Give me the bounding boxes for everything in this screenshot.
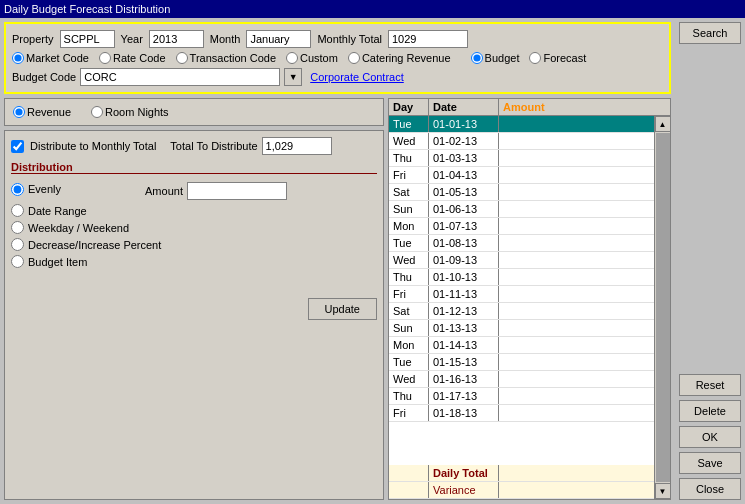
dist-budget-item[interactable]: Budget Item [11, 255, 377, 268]
radio-market-code[interactable]: Market Code [12, 52, 89, 64]
table-body[interactable]: Tue 01-01-13 Wed 01-02-13 Thu 01-03-13 F… [389, 116, 654, 465]
cell-amount [499, 184, 654, 200]
cell-amount [499, 235, 654, 251]
cell-date: 01-07-13 [429, 218, 499, 234]
cell-amount [499, 269, 654, 285]
reset-button[interactable]: Reset [679, 374, 741, 396]
cell-amount [499, 354, 654, 370]
cell-day: Tue [389, 235, 429, 251]
cell-date: 01-15-13 [429, 354, 499, 370]
table-row[interactable]: Sat 01-05-13 [389, 184, 654, 201]
table-row[interactable]: Wed 01-02-13 [389, 133, 654, 150]
distribute-checkbox-label: Distribute to Monthly Total [30, 140, 156, 152]
cell-date: 01-05-13 [429, 184, 499, 200]
revenue-roomnights-group: Revenue Room Nights [4, 98, 384, 126]
table-row[interactable]: Sat 01-12-13 [389, 303, 654, 320]
scroll-up-arrow[interactable]: ▲ [655, 116, 671, 132]
radio-custom[interactable]: Custom [286, 52, 338, 64]
cell-date: 01-13-13 [429, 320, 499, 336]
corporate-contract-link[interactable]: Corporate Contract [310, 71, 404, 83]
total-to-distribute-input[interactable] [262, 137, 332, 155]
radio-revenue[interactable]: Revenue [13, 106, 71, 118]
scrollbar[interactable]: ▲ ▼ [654, 116, 670, 499]
table-row[interactable]: Tue 01-01-13 [389, 116, 654, 133]
table-row[interactable]: Fri 01-18-13 [389, 405, 654, 422]
table-row[interactable]: Wed 01-09-13 [389, 252, 654, 269]
year-label: Year [121, 33, 143, 45]
month-input[interactable] [246, 30, 311, 48]
table-row[interactable]: Tue 01-15-13 [389, 354, 654, 371]
scroll-down-arrow[interactable]: ▼ [655, 483, 671, 499]
dist-weekday-weekend[interactable]: Weekday / Weekend [11, 221, 377, 234]
cell-date: 01-02-13 [429, 133, 499, 149]
col-header-amount: Amount [499, 99, 654, 115]
col-header-date: Date [429, 99, 499, 115]
budget-code-dropdown[interactable]: ▼ [284, 68, 302, 86]
cell-amount [499, 150, 654, 166]
distribution-label: Distribution [11, 161, 377, 174]
table-row[interactable]: Thu 01-10-13 [389, 269, 654, 286]
cell-date: 01-08-13 [429, 235, 499, 251]
cell-day: Sun [389, 320, 429, 336]
cell-day: Sun [389, 201, 429, 217]
cell-date: 01-06-13 [429, 201, 499, 217]
ok-button[interactable]: OK [679, 426, 741, 448]
cell-amount [499, 320, 654, 336]
property-label: Property [12, 33, 54, 45]
cell-day: Wed [389, 252, 429, 268]
monthly-total-label: Monthly Total [317, 33, 382, 45]
radio-rate-code[interactable]: Rate Code [99, 52, 166, 64]
cell-amount [499, 167, 654, 183]
save-button[interactable]: Save [679, 452, 741, 474]
table-row[interactable]: Tue 01-08-13 [389, 235, 654, 252]
table-row[interactable]: Mon 01-14-13 [389, 337, 654, 354]
cell-amount [499, 405, 654, 421]
radio-room-nights[interactable]: Room Nights [91, 106, 169, 118]
cell-amount [499, 133, 654, 149]
radio-catering-revenue[interactable]: Catering Revenue [348, 52, 451, 64]
table-row[interactable]: Thu 01-17-13 [389, 388, 654, 405]
table-row[interactable]: Fri 01-11-13 [389, 286, 654, 303]
dist-decrease-increase[interactable]: Decrease/Increase Percent [11, 238, 377, 251]
radio-forecast[interactable]: Forecast [529, 52, 586, 64]
cell-day: Fri [389, 167, 429, 183]
cell-amount [499, 116, 654, 132]
search-button[interactable]: Search [679, 22, 741, 44]
radio-transaction-code[interactable]: Transaction Code [176, 52, 276, 64]
cell-amount [499, 201, 654, 217]
cell-amount [499, 218, 654, 234]
cell-date: 01-04-13 [429, 167, 499, 183]
col-header-day: Day [389, 99, 429, 115]
cell-date: 01-12-13 [429, 303, 499, 319]
table-row[interactable]: Thu 01-03-13 [389, 150, 654, 167]
cell-day: Tue [389, 116, 429, 132]
table-row[interactable]: Sun 01-06-13 [389, 201, 654, 218]
month-label: Month [210, 33, 241, 45]
cell-day: Fri [389, 405, 429, 421]
scroll-track[interactable] [656, 133, 670, 482]
radio-budget[interactable]: Budget [471, 52, 520, 64]
monthly-total-input[interactable] [388, 30, 468, 48]
cell-date: 01-10-13 [429, 269, 499, 285]
property-input[interactable] [60, 30, 115, 48]
cell-date: 01-16-13 [429, 371, 499, 387]
table-row[interactable]: Wed 01-16-13 [389, 371, 654, 388]
year-input[interactable] [149, 30, 204, 48]
close-button[interactable]: Close [679, 478, 741, 500]
distribute-checkbox[interactable] [11, 140, 24, 153]
table-row[interactable]: Sun 01-13-13 [389, 320, 654, 337]
cell-amount [499, 303, 654, 319]
budget-code-label: Budget Code [12, 71, 76, 83]
budget-code-input[interactable] [80, 68, 280, 86]
dist-evenly[interactable]: Evenly Amount [11, 178, 377, 200]
cell-day: Sat [389, 184, 429, 200]
delete-button[interactable]: Delete [679, 400, 741, 422]
amount-input[interactable] [187, 182, 287, 200]
dist-date-range[interactable]: Date Range [11, 204, 377, 217]
update-button[interactable]: Update [308, 298, 377, 320]
cell-day: Fri [389, 286, 429, 302]
table-row[interactable]: Fri 01-04-13 [389, 167, 654, 184]
table-row[interactable]: Mon 01-07-13 [389, 218, 654, 235]
sidebar: Search Reset Delete OK Save Close [675, 18, 745, 504]
cell-amount [499, 388, 654, 404]
